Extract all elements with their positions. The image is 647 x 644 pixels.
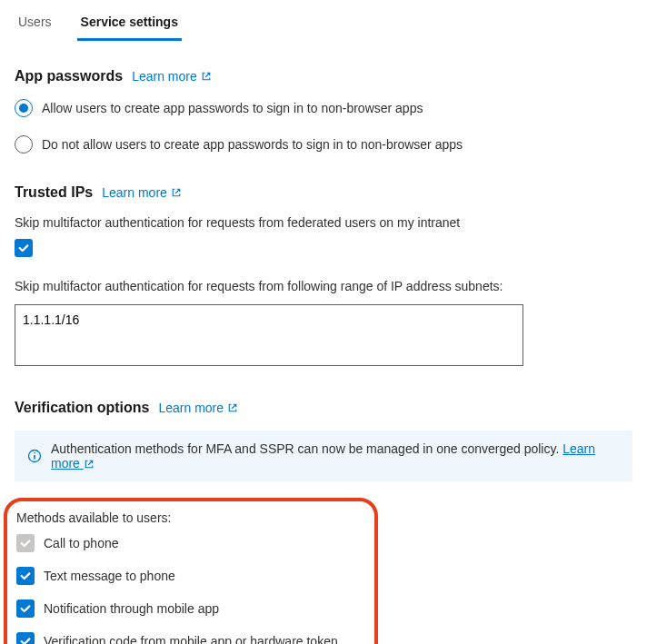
ip-range-input[interactable] <box>15 304 523 366</box>
verification-title: Verification options <box>15 400 149 416</box>
skip-federated-label: Skip multifactor authentication for requ… <box>15 215 632 230</box>
learn-more-label: Learn more <box>132 69 197 84</box>
external-link-icon <box>84 459 95 470</box>
method-label: Text message to phone <box>44 569 175 583</box>
app-passwords-learn-more-link[interactable]: Learn more <box>132 69 212 84</box>
highlight-annotation: Methods available to users: Call to phon… <box>4 498 378 644</box>
method-label: Call to phone <box>44 536 119 550</box>
methods-label: Methods available to users: <box>16 510 365 525</box>
section-trusted-ips: Trusted IPs Learn more Skip multifactor … <box>15 184 632 369</box>
section-verification-options: Verification options Learn more Authenti… <box>15 400 632 644</box>
learn-more-label: Learn more <box>102 185 167 200</box>
checkbox-text-message[interactable] <box>16 567 35 585</box>
method-label: Notification through mobile app <box>44 601 219 616</box>
radio-disallow-label: Do not allow users to create app passwor… <box>42 137 463 152</box>
section-app-passwords: App passwords Learn more Allow users to … <box>15 68 632 154</box>
methods-list: Call to phone Text message to phone Noti… <box>16 534 365 644</box>
tabs-bar: Users Service settings <box>0 0 647 41</box>
external-link-icon <box>201 71 212 82</box>
radio-allow-app-passwords[interactable] <box>15 99 33 117</box>
radio-allow-label: Allow users to create app passwords to s… <box>42 101 423 115</box>
svg-point-2 <box>34 452 35 454</box>
app-passwords-title: App passwords <box>15 68 123 84</box>
radio-disallow-app-passwords[interactable] <box>15 135 33 154</box>
info-icon <box>27 449 42 463</box>
ip-range-label: Skip multifactor authentication for requ… <box>15 279 632 293</box>
method-row: Verification code from mobile app or har… <box>16 632 365 644</box>
checkbox-call-to-phone <box>16 534 35 552</box>
checkmark-icon <box>19 635 32 644</box>
info-banner-text: Authentication methods for MFA and SSPR … <box>51 441 620 471</box>
info-banner: Authentication methods for MFA and SSPR … <box>15 431 632 481</box>
trusted-ips-title: Trusted IPs <box>15 184 93 201</box>
verification-learn-more-link[interactable]: Learn more <box>158 401 238 415</box>
trusted-ips-learn-more-link[interactable]: Learn more <box>102 185 182 200</box>
checkmark-icon <box>19 602 32 615</box>
checkbox-skip-federated[interactable] <box>15 239 33 257</box>
external-link-icon <box>227 402 238 413</box>
learn-more-label: Learn more <box>158 401 224 415</box>
tab-users[interactable]: Users <box>15 9 55 41</box>
method-row: Text message to phone <box>16 567 365 585</box>
checkmark-icon <box>17 242 30 254</box>
method-label: Verification code from mobile app or har… <box>44 634 338 644</box>
tab-service-settings[interactable]: Service settings <box>77 9 182 41</box>
external-link-icon <box>171 187 182 198</box>
method-row: Call to phone <box>16 534 365 552</box>
checkmark-icon <box>19 570 32 582</box>
checkbox-notification-app[interactable] <box>16 599 35 618</box>
method-row: Notification through mobile app <box>16 599 365 618</box>
checkbox-verification-code[interactable] <box>16 632 35 644</box>
checkmark-icon <box>19 537 32 550</box>
